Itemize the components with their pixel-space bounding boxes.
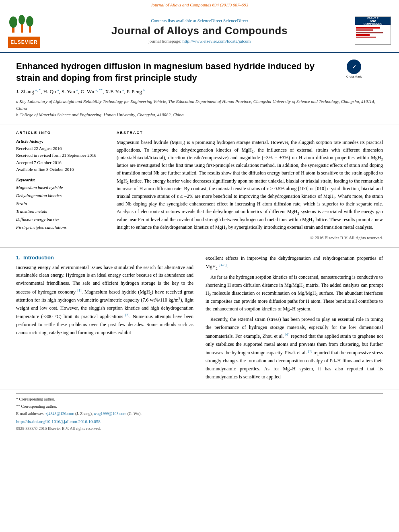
- elsevier-logo-area: ELSEVIER: [8, 13, 52, 48]
- keyword-5: Diffusion energy barrier: [16, 216, 105, 224]
- journal-header-center: Contents lists available at ScienceDirec…: [52, 18, 347, 43]
- abstract-text-paragraph: Magnesium based hydride (MgH2) is a prom…: [117, 139, 383, 231]
- mini-card-body: [355, 25, 391, 44]
- keyword-1: Magnesium based hydride: [16, 184, 105, 192]
- affiliation-b: b College of Materials Science and Engin…: [16, 111, 383, 118]
- introduction-left-col: 1. Introduction Increasing energy and en…: [16, 255, 193, 384]
- received-date: Received 22 August 2016: [16, 145, 105, 152]
- email-1-name: (J. Zhang),: [75, 411, 93, 416]
- introduction-heading: 1. Introduction: [16, 255, 193, 261]
- journal-title: Journal of Alloys and Compounds: [52, 25, 347, 37]
- keyword-4: Transition metals: [16, 207, 105, 216]
- journal-homepage-line: journal homepage: http://www.elsevier.co…: [52, 39, 347, 43]
- abstract-label: ABSTRACT: [117, 131, 383, 135]
- sciencedirect-link[interactable]: ScienceDirect: [223, 18, 248, 23]
- introduction-section: 1. Introduction Increasing energy and en…: [0, 248, 399, 390]
- footnote-emails: E-mail addresses: zj4343@126.com (J. Zha…: [16, 411, 383, 417]
- homepage-label: journal homepage:: [148, 39, 181, 43]
- journal-homepage-link[interactable]: http://www.elsevier.com/locate/jalcom: [183, 39, 251, 43]
- journal-citation-bar: Journal of Alloys and Compounds 694 (201…: [0, 0, 399, 9]
- doi-line[interactable]: http://dx.doi.org/10.1016/j.jallcom.2016…: [16, 419, 383, 424]
- affiliation-a: a Key Laboratory of Lightweight and Reli…: [16, 98, 383, 111]
- article-info-label: ARTICLE INFO: [16, 131, 105, 135]
- email-label: E-mail addresses:: [16, 411, 45, 416]
- keyword-3: Strain: [16, 200, 105, 208]
- keywords-list: Magnesium based hydride Dehydrogenation …: [16, 184, 105, 232]
- intro-para-1: Increasing energy and environmental issu…: [16, 264, 193, 337]
- journal-mini-card: ALLOYSANDCOMPOUNDS: [355, 16, 391, 45]
- footnote-area: * Corresponding author. ** Corresponding…: [0, 390, 399, 434]
- available-online-date: Available online 8 October 2016: [16, 166, 105, 173]
- mini-card-decoration: [356, 27, 390, 38]
- journal-header: ELSEVIER Contents lists available at Sci…: [0, 9, 399, 53]
- contents-text: Contents lists available at ScienceDirec…: [151, 18, 222, 23]
- article-info-column: ARTICLE INFO Article history: Received 2…: [16, 131, 105, 242]
- footer-copyright: 0925-8388/© 2016 Elsevier B.V. All right…: [16, 426, 383, 431]
- footnote-corresponding-2: ** Corresponding author.: [16, 403, 383, 409]
- email-2-name: (G. Wu).: [128, 411, 142, 416]
- introduction-body-right: excellent effects in improving the dehyd…: [206, 255, 383, 381]
- svg-point-6: [26, 16, 33, 27]
- keywords-group: Keywords: Magnesium based hydride Dehydr…: [16, 177, 105, 232]
- keyword-2: Dehydrogenation kinetics: [16, 192, 105, 200]
- affiliations: a Key Laboratory of Lightweight and Reli…: [16, 98, 383, 118]
- svg-rect-3: [21, 23, 23, 33]
- accepted-date: Accepted 7 October 2016: [16, 159, 105, 166]
- footnote-corresponding-1: * Corresponding author.: [16, 396, 383, 402]
- ref-1: [1]: [77, 288, 82, 292]
- abstract-body: Magnesium based hydride (MgH2) is a prom…: [117, 139, 383, 242]
- email-2-link[interactable]: wug1999@163.com: [94, 411, 126, 416]
- contents-available-line: Contents lists available at ScienceDirec…: [52, 18, 347, 23]
- keyword-6: First-principles calculations: [16, 224, 105, 232]
- ref-3-5: [3–5]: [219, 263, 227, 267]
- copyright-line: © 2016 Elsevier B.V. All rights reserved…: [117, 234, 383, 242]
- history-heading: Article history:: [16, 139, 105, 144]
- intro-para-right-1: excellent effects in improving the dehyd…: [206, 255, 383, 271]
- authors-line: J. Zhang a, *, H. Qu a, S. Yan a, G. Wu …: [16, 88, 383, 95]
- intro-para-right-2: As far as the hydrogen sorption kinetics…: [206, 273, 383, 313]
- ref-2: [2]: [125, 313, 130, 317]
- svg-text:✓: ✓: [352, 64, 356, 70]
- article-info-abstract-section: ARTICLE INFO Article history: Received 2…: [0, 125, 399, 248]
- intro-para-right-3: Recently, the external strain (stress) h…: [206, 316, 383, 381]
- journal-citation-text: Journal of Alloys and Compounds 694 (201…: [151, 2, 249, 7]
- svg-point-2: [9, 16, 17, 28]
- article-history-group: Article history: Received 22 August 2016…: [16, 139, 105, 173]
- introduction-body-left: Increasing energy and environmental issu…: [16, 264, 193, 337]
- crossmark-icon: ✓: [350, 62, 358, 71]
- crossmark-label: CrossMark: [346, 75, 362, 78]
- ref-6: [6]: [285, 333, 290, 337]
- abstract-column: ABSTRACT Magnesium based hydride (MgH2) …: [117, 131, 383, 242]
- keywords-heading: Keywords:: [16, 177, 105, 182]
- article-header: Enhanced hydrogen diffusion in magnesium…: [0, 53, 399, 125]
- footnote-divider: [16, 393, 383, 394]
- introduction-right-col: excellent effects in improving the dehyd…: [206, 255, 383, 384]
- ref-7: [7]: [308, 349, 313, 353]
- crossmark-area: ✓ CrossMark: [346, 61, 362, 77]
- article-title: Enhanced hydrogen diffusion in magnesium…: [16, 61, 338, 84]
- elsevier-tree-icon: [8, 13, 40, 35]
- email-1-link[interactable]: zj4343@126.com: [45, 411, 74, 416]
- received-revised-date: Received in revised form 21 September 20…: [16, 152, 105, 159]
- journal-mini-card-area: ALLOYSANDCOMPOUNDS: [347, 16, 391, 45]
- mini-card-header: ALLOYSANDCOMPOUNDS: [355, 17, 391, 25]
- crossmark-badge[interactable]: ✓: [347, 60, 361, 74]
- elsevier-brand-label: ELSEVIER: [8, 37, 40, 48]
- svg-point-4: [19, 15, 25, 25]
